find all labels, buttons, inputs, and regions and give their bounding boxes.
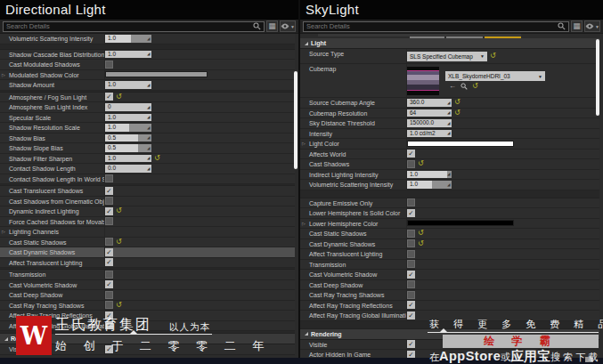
view-options-button[interactable]: ▼: [280, 20, 296, 32]
checkbox[interactable]: [105, 197, 113, 205]
reset-to-default-button[interactable]: ↺: [418, 230, 424, 237]
spinner-input[interactable]: 1.0◢: [105, 81, 151, 89]
reset-to-default-button[interactable]: ↺: [116, 93, 122, 101]
spinner-drag-icon: ◢: [147, 83, 151, 87]
spinner-input[interactable]: 0.5◢: [105, 144, 151, 152]
checkbox[interactable]: [407, 198, 415, 206]
spinner-input[interactable]: 1.0 cd/m2◢: [407, 130, 452, 138]
spinner-input[interactable]: 0.0◢: [105, 165, 151, 173]
spinner-drag-icon: ◢: [147, 105, 151, 109]
property-row: Transmission: [300, 260, 599, 271]
checkbox[interactable]: [105, 217, 113, 225]
checkbox[interactable]: [407, 291, 415, 299]
property-label-text: Shadow Amount: [9, 82, 54, 88]
reset-to-default-button[interactable]: ↺: [490, 53, 496, 60]
checkbox[interactable]: ✓: [105, 258, 113, 266]
checkbox[interactable]: [105, 291, 113, 299]
property-label: Transmission: [0, 270, 105, 279]
checkbox[interactable]: ✓: [407, 311, 415, 320]
checkbox[interactable]: [407, 250, 415, 258]
property-label: Cast Dynamic Shadows: [0, 247, 105, 257]
watermark-slogan: 以人为本: [169, 321, 210, 334]
checkbox[interactable]: [407, 230, 415, 238]
reset-to-default-button[interactable]: ↺: [472, 83, 478, 90]
checkbox[interactable]: ✓: [407, 150, 415, 158]
expander-icon[interactable]: ▷: [2, 73, 5, 77]
asset-dropdown[interactable]: XLB_SkydomeHDRI_03▼: [445, 71, 545, 81]
checkbox[interactable]: ✓: [407, 301, 415, 309]
property-label-text: Cast Static Shadows: [309, 231, 367, 237]
reset-to-default-button[interactable]: ↺: [454, 99, 460, 106]
checkbox[interactable]: ✓: [407, 271, 415, 279]
checkbox[interactable]: [105, 174, 113, 182]
use-selected-button[interactable]: ←: [449, 83, 456, 90]
browse-asset-icon[interactable]: [460, 83, 468, 90]
view-options-button[interactable]: ▼: [584, 20, 600, 32]
color-swatch[interactable]: [407, 220, 514, 226]
search-input[interactable]: [306, 22, 556, 31]
color-swatch[interactable]: [105, 71, 208, 77]
checkbox[interactable]: ✓: [105, 280, 113, 288]
checkbox[interactable]: [407, 260, 415, 268]
spinner-input[interactable]: 1.0◢: [105, 114, 151, 122]
dropdown[interactable]: SLS Specified Cubemap▼: [407, 52, 487, 61]
spinner-input[interactable]: 1.0◢: [407, 171, 452, 179]
checkbox[interactable]: ✓: [105, 207, 113, 215]
mobility-underline-1[interactable]: [446, 36, 483, 38]
search-box[interactable]: [3, 21, 265, 32]
section-header[interactable]: Light: [300, 38, 599, 49]
reset-to-default-button[interactable]: ↺: [154, 155, 160, 162]
property-label-text: Force Cached Shadows for Movable Primiti: [9, 219, 105, 225]
mobility-underline-0[interactable]: [410, 36, 444, 38]
checkbox[interactable]: ✓: [407, 209, 415, 217]
search-box[interactable]: [303, 21, 569, 32]
checkbox[interactable]: ✓: [105, 248, 113, 256]
expander-icon[interactable]: ▷: [302, 222, 306, 226]
scrollbar-right-panel[interactable]: [596, 39, 599, 116]
spinner-input[interactable]: 64◢: [407, 109, 452, 117]
search-input[interactable]: [6, 22, 251, 31]
checkbox[interactable]: [105, 238, 113, 246]
checkbox[interactable]: ✓: [407, 340, 415, 348]
reset-to-default-button[interactable]: ↺: [454, 109, 460, 117]
expander-icon[interactable]: ▷: [2, 230, 5, 234]
spinner-input[interactable]: 1.0◢: [105, 124, 151, 132]
property-label-text: Indirect Lighting Intensity: [309, 172, 378, 178]
scrollbar-left-panel[interactable]: [294, 71, 297, 169]
color-swatch[interactable]: [407, 141, 514, 147]
cubemap-thumbnail[interactable]: [407, 67, 439, 95]
reset-to-default-button[interactable]: ↺: [116, 239, 122, 246]
expander-icon[interactable]: ▷: [302, 142, 306, 146]
checkbox[interactable]: [407, 160, 415, 168]
property-label: Visible: [300, 340, 407, 350]
spinner-input[interactable]: 1.0◢: [105, 51, 151, 59]
property-label: ▷Lighting Channels: [0, 227, 105, 237]
grid-view-icon[interactable]: ▦: [266, 20, 278, 32]
spinner-input[interactable]: 360.0◢: [407, 99, 452, 107]
watermark-download-part: AppStore: [439, 349, 501, 363]
watermark-download-part: 在: [429, 351, 439, 364]
reset-to-default-button[interactable]: ↺: [116, 302, 122, 309]
spinner-input[interactable]: 1.0◢: [105, 35, 151, 43]
reset-to-default-button[interactable]: ↺: [418, 160, 424, 167]
checkbox[interactable]: ✓: [105, 187, 113, 195]
property-label: Shadow Cascade Bias Distribution: [0, 50, 105, 60]
checkbox[interactable]: [105, 301, 113, 309]
spinner-input[interactable]: 0.5◢: [105, 134, 151, 142]
property-row: Transmission: [0, 270, 295, 280]
checkbox[interactable]: ✓: [105, 93, 113, 101]
property-label-text: Light Color: [309, 141, 339, 147]
checkbox[interactable]: [407, 280, 415, 288]
reset-to-default-button[interactable]: ↺: [116, 207, 122, 214]
checkbox[interactable]: [407, 239, 415, 247]
checkbox[interactable]: [105, 271, 113, 279]
spinner-input[interactable]: 1.0◢: [105, 155, 151, 163]
property-row: Force Cached Shadows for Movable Primiti: [0, 217, 295, 228]
spinner-input[interactable]: 1.0◢: [407, 181, 452, 189]
spinner-input[interactable]: 150000.0◢: [407, 119, 452, 127]
spinner-input[interactable]: 0◢: [105, 103, 151, 111]
grid-view-icon[interactable]: ▦: [571, 20, 583, 32]
checkbox[interactable]: [105, 61, 113, 69]
mobility-underline-2[interactable]: [485, 36, 521, 38]
reset-to-default-button[interactable]: ↺: [418, 240, 424, 247]
